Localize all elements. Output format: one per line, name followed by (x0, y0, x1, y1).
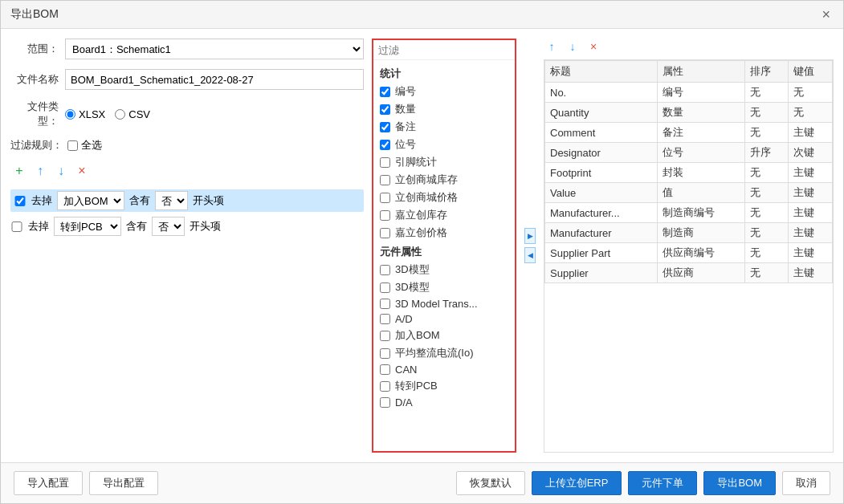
filter-checkbox-avg-current[interactable] (380, 348, 390, 359)
csv-label: CSV (128, 108, 150, 120)
cell-sort: 无 (744, 243, 789, 263)
filter-row-1-text: 开头项 (193, 193, 224, 208)
right-move-down-button[interactable]: ↓ (565, 39, 581, 55)
filter-checkbox-嘉立创价格[interactable] (380, 228, 390, 238)
filter-item-数量[interactable]: 数量 (373, 100, 515, 118)
filter-checkbox-3d-model-trans[interactable] (380, 299, 390, 309)
filetype-row: 文件类型： XLSX CSV (10, 100, 364, 128)
filter-checkbox-位号[interactable] (380, 140, 390, 150)
table-row[interactable]: Comment 备注 无 主键 (545, 123, 833, 143)
add-filter-button[interactable]: + (10, 162, 28, 180)
col-header-title: 标题 (545, 61, 658, 83)
filter-checkbox-备注[interactable] (380, 122, 390, 132)
cancel-button[interactable]: 取消 (782, 471, 830, 495)
filter-item-3d模型1[interactable]: 3D模型 (373, 261, 515, 278)
table-row[interactable]: Quantity 数量 无 无 (545, 103, 833, 123)
expand-left-arrow[interactable]: ◀ (524, 247, 536, 263)
filter-checkbox-ad[interactable] (380, 314, 390, 324)
filter-item-ad[interactable]: A/D (373, 311, 515, 327)
filter-item-da[interactable]: D/A (373, 395, 515, 410)
table-row[interactable]: Manufacturer... 制造商编号 无 主键 (545, 203, 833, 223)
table-row[interactable]: Manufacturer 制造商 无 主键 (545, 223, 833, 243)
filter-item-引脚统计[interactable]: 引脚统计 (373, 153, 515, 171)
csv-radio[interactable] (115, 109, 125, 120)
filter-row-2-action-select[interactable]: 转到PCB 加入BOM (54, 217, 121, 236)
filter-checkbox-立创商城价格[interactable] (380, 193, 390, 203)
filter-label-3d模型2: 3D模型 (395, 280, 430, 295)
filter-item-can[interactable]: CAN (373, 362, 515, 377)
csv-radio-label[interactable]: CSV (115, 108, 150, 120)
filter-row-1-action-select[interactable]: 加入BOM 转到PCB (57, 191, 124, 210)
select-all-checkbox[interactable] (67, 140, 78, 151)
filter-label-数量: 数量 (395, 102, 416, 116)
cell-key: 无 (789, 103, 833, 123)
filter-item-位号[interactable]: 位号 (373, 136, 515, 153)
filter-row-2-cond-select[interactable]: 否 是 (152, 217, 185, 236)
cell-sort: 无 (744, 263, 789, 283)
table-row[interactable]: Supplier Part 供应商编号 无 主键 (545, 243, 833, 263)
filter-checkbox-3d模型2[interactable] (380, 282, 390, 293)
cell-key: 主键 (789, 243, 833, 263)
select-all-checkbox-label[interactable]: 全选 (67, 138, 102, 152)
filter-item-avg-current[interactable]: 平均整流电流(Io) (373, 344, 515, 362)
delete-filter-button[interactable]: × (73, 162, 91, 180)
filter-label-立创商城库存: 立创商城库存 (395, 173, 458, 187)
filter-checkbox-嘉立创库存[interactable] (380, 210, 390, 221)
right-delete-button[interactable]: × (585, 39, 601, 55)
filter-row-1-cond-select[interactable]: 否 是 (155, 191, 188, 210)
cell-property: 位号 (657, 143, 744, 163)
filter-checkbox-3d模型1[interactable] (380, 265, 390, 275)
table-header-row: 标题 属性 排序 键值 (545, 61, 833, 83)
filter-item-编号[interactable]: 编号 (373, 83, 515, 100)
filter-checkbox-编号[interactable] (380, 87, 390, 97)
table-row[interactable]: Supplier 供应商 无 主键 (545, 263, 833, 283)
import-config-button[interactable]: 导入配置 (14, 471, 83, 495)
search-input[interactable] (378, 44, 513, 56)
right-move-up-button[interactable]: ↑ (544, 39, 560, 55)
restore-default-button[interactable]: 恢复默认 (456, 471, 525, 495)
filter-item-嘉立创库存[interactable]: 嘉立创库存 (373, 206, 515, 224)
close-button[interactable]: × (818, 7, 834, 22)
filter-item-立创商城价格[interactable]: 立创商城价格 (373, 189, 515, 206)
filter-item-add-bom[interactable]: 加入BOM (373, 327, 515, 344)
filter-item-立创商城库存[interactable]: 立创商城库存 (373, 171, 515, 189)
cell-property: 数量 (657, 103, 744, 123)
cell-title: Designator (545, 143, 658, 163)
filter-item-3d模型2[interactable]: 3D模型 (373, 278, 515, 296)
filter-checkbox-引脚统计[interactable] (380, 157, 390, 168)
filter-checkbox-立创商城库存[interactable] (380, 175, 390, 185)
filter-checkbox-数量[interactable] (380, 104, 390, 115)
filter-item-to-pcb[interactable]: 转到PCB (373, 377, 515, 395)
filter-item-3d-model-trans[interactable]: 3D Model Trans... (373, 296, 515, 311)
upload-erp-button[interactable]: 上传立创ERP (532, 471, 622, 495)
filename-input[interactable] (65, 69, 364, 90)
filter-checkbox-add-bom[interactable] (380, 331, 390, 341)
cell-key: 主键 (789, 223, 833, 243)
properties-table-container: 标题 属性 排序 键值 No. 编号 无 无 Quantity 数量 无 无 C… (544, 59, 834, 453)
cell-property: 供应商编号 (657, 243, 744, 263)
filter-label-3d模型1: 3D模型 (395, 262, 430, 277)
filter-item-备注[interactable]: 备注 (373, 118, 515, 136)
table-row[interactable]: Designator 位号 升序 次键 (545, 143, 833, 163)
filter-checkbox-can[interactable] (380, 364, 390, 375)
right-panel: ↑ ↓ × 标题 属性 排序 键值 No. 编 (544, 39, 834, 453)
table-row[interactable]: No. 编号 无 无 (545, 83, 833, 103)
export-config-button[interactable]: 导出配置 (89, 471, 158, 495)
cell-sort: 无 (744, 183, 789, 203)
table-row[interactable]: Footprint 封装 无 主键 (545, 163, 833, 183)
filter-row-2-checkbox[interactable] (10, 222, 23, 232)
table-row[interactable]: Value 值 无 主键 (545, 183, 833, 203)
filter-item-嘉立创价格[interactable]: 嘉立创价格 (373, 224, 515, 242)
right-toolbar: ↑ ↓ × (544, 39, 834, 55)
filter-row-1-checkbox[interactable] (14, 196, 27, 206)
move-down-button[interactable]: ↓ (52, 162, 70, 180)
expand-right-arrow[interactable]: ▶ (524, 228, 536, 244)
export-bom-button[interactable]: 导出BOM (703, 471, 776, 495)
scope-select[interactable]: Board1：Schematic1 (65, 39, 364, 59)
move-up-button[interactable]: ↑ (31, 162, 49, 180)
filter-checkbox-da[interactable] (380, 397, 390, 408)
filter-checkbox-to-pcb[interactable] (380, 381, 390, 392)
order-parts-button[interactable]: 元件下单 (628, 471, 697, 495)
xlsx-radio-label[interactable]: XLSX (65, 108, 105, 120)
xlsx-radio[interactable] (65, 109, 75, 120)
